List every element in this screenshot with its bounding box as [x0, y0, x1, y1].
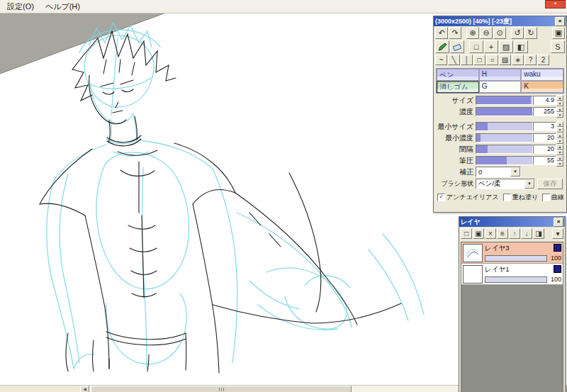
window-close-button[interactable]: × [545, 0, 566, 9]
chevron-down-icon[interactable]: ▼ [510, 167, 520, 177]
zoom-in-icon[interactable]: ⊕ [466, 27, 479, 39]
undo-icon[interactable]: ↶ [435, 27, 448, 39]
spray-shape-icon[interactable]: ∗ [512, 55, 524, 65]
new-layer-icon[interactable]: □ [461, 228, 472, 239]
rotate-cw-icon[interactable]: ↻ [524, 27, 537, 39]
checkbox-check-icon[interactable]: ✓ [437, 194, 445, 201]
layer-row-1[interactable]: レイヤ1 100 [461, 264, 563, 285]
scroll-left-icon[interactable]: ◀ [80, 386, 89, 392]
delete-layer-icon[interactable]: × [485, 228, 496, 239]
chevron-down-icon[interactable]: ▼ [524, 179, 534, 189]
layer-name[interactable]: レイヤ1 [485, 265, 509, 273]
checkbox-check-icon[interactable] [503, 194, 511, 201]
menu-help[interactable]: ヘルプ(H) [40, 1, 86, 13]
tool-panel-titlebar[interactable]: (3000x2500) [40%] [-23度] × [434, 16, 566, 26]
pressure-slider[interactable] [476, 156, 533, 165]
curve-checkbox[interactable]: 曲線 [542, 193, 564, 202]
layer-opacity-slider[interactable] [485, 276, 547, 283]
min-size-label: 最小サイズ [434, 122, 476, 132]
select-tool-icon[interactable]: □ [469, 40, 483, 53]
layer-menu-icon[interactable]: ▾ [552, 228, 563, 239]
density-value[interactable]: 255 [533, 107, 556, 116]
spinner-down-icon[interactable]: ▼ [556, 127, 563, 133]
rect-shape-icon[interactable]: □ [473, 55, 485, 65]
spinner-down-icon[interactable]: ▼ [556, 138, 563, 144]
spinner-down-icon[interactable]: ▼ [556, 161, 563, 167]
fill-tool-icon[interactable]: ▨ [499, 40, 513, 53]
layer-mask-icon[interactable]: ◨ [533, 228, 544, 239]
min-size-slider[interactable] [476, 122, 533, 131]
freehand-shape-icon[interactable]: ~ [435, 55, 447, 65]
min-size-spinner[interactable]: ▲▼ [556, 121, 563, 133]
min-density-spinner[interactable]: ▲▼ [556, 133, 563, 144]
save-button[interactable]: 保存 [537, 179, 563, 189]
spinner-up-icon[interactable]: ▲ [556, 133, 563, 138]
layer-row-3[interactable]: レイヤ3 100 [461, 242, 563, 264]
help-shape-icon[interactable]: ? [524, 55, 537, 65]
layer-opacity-slider[interactable] [485, 255, 547, 262]
layer-thumbnail[interactable] [463, 265, 483, 284]
spinner-up-icon[interactable]: ▲ [556, 144, 563, 150]
spinner-up-icon[interactable]: ▲ [556, 106, 563, 112]
interval-slider[interactable] [476, 145, 533, 154]
size-spinner[interactable]: ▲▼ [556, 95, 563, 106]
spinner-down-icon[interactable]: ▼ [556, 101, 563, 106]
gradient-tool-icon[interactable]: ◧ [514, 40, 528, 53]
min-density-value[interactable]: 20 [533, 133, 556, 142]
spinner-down-icon[interactable]: ▼ [556, 150, 563, 155]
view-reset-icon[interactable]: ▣ [552, 27, 565, 39]
tool-slot-pen[interactable]: ペン [437, 69, 479, 81]
rotate-ccw-icon[interactable]: ↺ [511, 27, 524, 39]
move-tool-icon[interactable]: + [484, 40, 498, 53]
fillrect-shape-icon[interactable]: ▨ [499, 55, 511, 65]
zoom-out-icon[interactable]: ⊖ [480, 27, 493, 39]
overlay-paint-checkbox[interactable]: 重ね塗り [503, 193, 538, 202]
pressure-value[interactable]: 55 [533, 156, 556, 165]
merge-layer-icon[interactable]: ≡ [497, 228, 508, 239]
tool-slot-g[interactable]: G [479, 81, 522, 93]
size-value[interactable]: 4.9 [533, 96, 556, 105]
layer-down-icon[interactable]: ↓ [521, 228, 532, 239]
spinner-down-icon[interactable]: ▼ [556, 112, 563, 118]
transform-tool-icon[interactable]: S [551, 40, 565, 53]
size-slider[interactable] [476, 96, 533, 105]
pressure-slider-row: 筆圧 55 ▲▼ [434, 155, 563, 166]
layer-up-icon[interactable]: ↑ [509, 228, 520, 239]
tool-slot-eraser[interactable]: 消しゴム [437, 81, 479, 93]
redo-icon[interactable]: ↷ [449, 27, 461, 39]
layer-mode-swatch[interactable] [554, 244, 561, 252]
line-shape-icon[interactable]: ╲ [448, 55, 460, 65]
pen-tool-button[interactable] [435, 40, 449, 53]
spinner-up-icon[interactable]: ▲ [556, 95, 563, 101]
brush-shape-dropdown[interactable]: ペン/柔 ▼ [476, 179, 535, 189]
tool-slot-waku[interactable]: waku [521, 69, 563, 81]
layer-mode-swatch[interactable] [554, 265, 561, 273]
density-slider[interactable] [476, 107, 533, 116]
interval-spinner[interactable]: ▲▼ [556, 144, 563, 155]
zoom-reset-icon[interactable]: ⊙ [493, 27, 506, 39]
menu-settings[interactable]: 設定(O) [1, 1, 40, 13]
spinner-up-icon[interactable]: ▲ [556, 121, 563, 127]
layer-panel-titlebar[interactable]: レイヤ × [459, 217, 565, 227]
spinner-up-icon[interactable]: ▲ [556, 155, 563, 161]
eraser-tool-button[interactable] [450, 40, 464, 53]
density-spinner[interactable]: ▲▼ [556, 106, 563, 118]
ellipse-shape-icon[interactable]: ○ [486, 55, 498, 65]
min-size-value[interactable]: 3 [533, 122, 556, 131]
curve-shape-icon[interactable]: 2 [537, 55, 549, 65]
polyline-shape-icon[interactable]: │ [461, 55, 473, 65]
correction-dropdown[interactable]: 0 ▼ [476, 167, 521, 177]
tool-slot-k[interactable]: K [521, 81, 563, 93]
interval-value[interactable]: 20 [533, 145, 556, 154]
tool-panel-close-icon[interactable]: × [555, 17, 565, 26]
layer-thumbnail[interactable] [463, 244, 483, 262]
antialias-checkbox[interactable]: ✓ アンチエイリアス [437, 193, 499, 202]
layer-name[interactable]: レイヤ3 [485, 244, 509, 252]
layer-panel-close-icon[interactable]: × [554, 218, 563, 227]
min-density-slider[interactable] [476, 133, 533, 142]
checkbox-check-icon[interactable] [542, 194, 550, 201]
pressure-spinner[interactable]: ▲▼ [556, 155, 563, 167]
duplicate-layer-icon[interactable]: ▣ [473, 228, 484, 239]
tool-slot-h[interactable]: H [479, 69, 522, 81]
scrollbar-thumb[interactable] [91, 386, 352, 392]
